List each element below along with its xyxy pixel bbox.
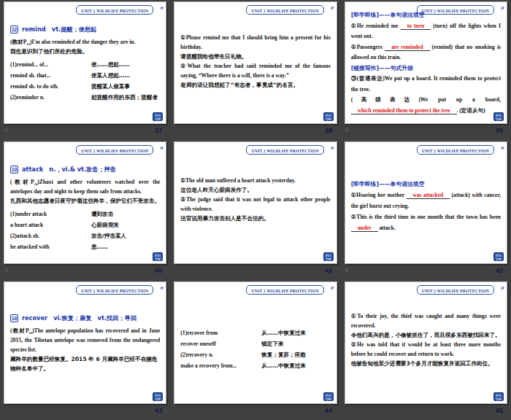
section-nav-button[interactable]: 栏目 导航 bbox=[153, 392, 163, 401]
textbook-sentence-en: (教材P₁₄)Zhaxi and other volunteers watche… bbox=[10, 177, 160, 196]
practice-item: ③(普通表达)We put up a board. It reminded th… bbox=[351, 74, 501, 95]
example-sentence-zh: 法官说用暴力攻击别人是不合法的。 bbox=[180, 214, 330, 223]
collocation: (1)under attack bbox=[10, 210, 91, 218]
word-title-row: 14 recover vi.恢复；康复 vt.找回；寻回 bbox=[10, 314, 160, 322]
animation-star-icon: ☆ bbox=[4, 267, 9, 273]
meaning: 镇定下来 bbox=[261, 340, 330, 348]
collocation: make a recovery from... bbox=[180, 362, 261, 370]
collocation: a heart attack bbox=[10, 221, 91, 229]
nav-button-label: 导航 bbox=[494, 257, 503, 261]
meaning: 从……中恢复过来 bbox=[261, 362, 330, 370]
slide-page-number: 39 bbox=[495, 126, 503, 134]
nav-button-label: 导航 bbox=[153, 397, 162, 401]
collocation: (1)recover from bbox=[180, 329, 261, 337]
question-text: ②Passengers bbox=[351, 44, 383, 50]
collocation: (1)remind... of... bbox=[10, 61, 91, 69]
practice-heading: [即学即练]——单句语法填空 bbox=[351, 10, 501, 21]
example-sentence-en: ①Please remind me that I should bring hi… bbox=[180, 33, 330, 52]
slide-page-number: 44 bbox=[325, 406, 333, 414]
textbook-sentence-zh: 扎西和其他志愿者日夜守护着这些羚羊，保护它们不受攻击。 bbox=[10, 196, 160, 206]
section-nav-button[interactable]: 栏目 导航 bbox=[493, 252, 504, 261]
slide-thumbnail-37[interactable]: UNIT 2 WILDLIFE PROTECTION » 12 remind v… bbox=[4, 1, 166, 124]
answer-blank: under bbox=[351, 225, 378, 232]
textbook-sentence-zh: 藏羚羊的数量已经恢复。2015 年 6 月藏羚羊已经不在濒危物种名单中了。 bbox=[10, 354, 160, 373]
double-chevron-icon: » bbox=[160, 144, 164, 151]
question-text: . (定语从句) bbox=[457, 107, 485, 114]
slide-cell-42: UNIT 2 WILDLIFE PROTECTION » [即学即练]——单句语… bbox=[341, 140, 511, 280]
animation-star-icon: ☆ bbox=[345, 127, 350, 133]
double-chevron-icon: » bbox=[160, 284, 164, 291]
slide-cell-43: UNIT 2 WILDLIFE PROTECTION » 14 recover … bbox=[0, 280, 170, 420]
slide-cell-39: UNIT 2 WILDLIFE PROTECTION » [即学即练]——单句语… bbox=[341, 0, 511, 140]
section-nav-button[interactable]: 栏目 导航 bbox=[323, 112, 334, 121]
collocation-list: (1)remind... of... 使……想起…… remind sb. th… bbox=[10, 61, 160, 101]
answer-blank: to turn bbox=[401, 23, 431, 30]
meaning: 恢复；复苏；痊愈 bbox=[261, 351, 330, 359]
slide-page-number: 41 bbox=[325, 266, 333, 274]
meaning: 使……想起…… bbox=[91, 61, 160, 69]
question-text: ①Hearing her mother bbox=[351, 192, 404, 198]
slide-thumbnail-39[interactable]: UNIT 2 WILDLIFE PROTECTION » [即学即练]——单句语… bbox=[345, 1, 507, 124]
meaning: 遭到攻击 bbox=[91, 210, 160, 218]
section-nav-button[interactable]: 栏目 导航 bbox=[493, 392, 504, 401]
nav-button-label: 导航 bbox=[153, 257, 162, 261]
double-chevron-icon: » bbox=[501, 4, 504, 11]
slide-page-number: 43 bbox=[155, 406, 163, 414]
collocation-list: (1)recover from 从……中恢复过来 recover oneself… bbox=[180, 329, 330, 370]
slide-thumbnail-41[interactable]: UNIT 2 WILDLIFE PROTECTION » ①The old ma… bbox=[174, 141, 337, 264]
slide-content: ①To their joy, the thief was caught and … bbox=[351, 282, 501, 368]
slide-thumbnail-40[interactable]: UNIT 2 WILDLIFE PROTECTION » 13 attack n… bbox=[4, 141, 166, 264]
textbook-sentence-zh: 我也意识到了他们所处的危险。 bbox=[10, 47, 160, 56]
slide-thumbnail-42[interactable]: UNIT 2 WILDLIFE PROTECTION » [即学即练]——单句语… bbox=[345, 141, 507, 264]
collocation: (2)attack sb. bbox=[10, 232, 91, 240]
section-nav-button[interactable]: 栏目 导航 bbox=[153, 112, 163, 121]
practice-heading: [即学即练]——单句语法填空 bbox=[351, 179, 501, 190]
word-title: recover vi.恢复；康复 vt.找回；寻回 bbox=[22, 314, 137, 322]
slide-thumbnail-43[interactable]: UNIT 2 WILDLIFE PROTECTION » 14 recover … bbox=[4, 281, 166, 404]
collocation: be attacked with bbox=[10, 243, 91, 251]
meaning: 使某人想起…… bbox=[91, 71, 160, 79]
example-sentence-en: ②He was told that it would be at least t… bbox=[351, 340, 501, 359]
answer-blank: was attacked bbox=[407, 192, 450, 199]
nav-button-label: 导航 bbox=[324, 397, 333, 401]
question-text: ①He reminded me bbox=[351, 23, 399, 29]
section-nav-button[interactable]: 栏目 导航 bbox=[323, 392, 334, 401]
textbook-sentence-en: (教材P₁₄)I'm also reminded of the danger t… bbox=[10, 37, 160, 47]
word-number-badge: 14 bbox=[10, 314, 18, 322]
meaning: 攻击/抨击某人 bbox=[91, 232, 160, 240]
question-text: ②This is the third time in one month tha… bbox=[351, 214, 501, 220]
double-chevron-icon: » bbox=[331, 284, 334, 291]
practice-item: ②This is the third time in one month tha… bbox=[351, 211, 501, 233]
slide-thumbnail-38[interactable]: UNIT 2 WILDLIFE PROTECTION » ①Please rem… bbox=[174, 1, 337, 124]
animation-star-icon: ☆ bbox=[4, 127, 9, 133]
nav-button-label: 导航 bbox=[494, 117, 503, 121]
slide-content: (1)recover from 从……中恢复过来 recover oneself… bbox=[180, 282, 330, 370]
slide-cell-37: UNIT 2 WILDLIFE PROTECTION » 12 remind v… bbox=[0, 0, 170, 140]
answer-blank: are reminded bbox=[385, 44, 429, 51]
example-sentence-zh: 令他们高兴的是，小偷被抓住了，而且很多东西被找回来了。 bbox=[351, 330, 501, 340]
question-text: (高级表达)We put up a board, bbox=[351, 96, 501, 103]
word-title-row: 13 attack n.，vi.& vt.攻击；抨击 bbox=[10, 166, 160, 174]
example-sentence-zh: 老师的话让我想起了“有志者，事竟成”的名言。 bbox=[180, 80, 330, 90]
collocation: remind sb. to do sth. bbox=[10, 82, 91, 90]
example-sentence-en: ①The old man suffered a heart attack yes… bbox=[180, 176, 330, 185]
example-sentence-en: ①To their joy, the thief was caught and … bbox=[351, 311, 501, 330]
slide-page-number: 37 bbox=[155, 126, 163, 134]
example-sentence-zh: 他被告知他至少还需要3个多月才能恢复并返回工作岗位。 bbox=[351, 359, 501, 368]
practice-item: (高级表达)We put up a board, which reminded … bbox=[351, 95, 501, 116]
collocation: remind sb. that... bbox=[10, 71, 91, 79]
slide-content: 12 remind vt.提醒；使想起 (教材P₁₄)I'm also remi… bbox=[10, 2, 160, 101]
double-chevron-icon: » bbox=[501, 144, 504, 151]
meaning: 从……中恢复过来 bbox=[261, 329, 330, 337]
section-nav-button[interactable]: 栏目 导航 bbox=[493, 112, 504, 121]
slide-thumbnail-44[interactable]: UNIT 2 WILDLIFE PROTECTION » (1)recover … bbox=[174, 281, 337, 404]
section-nav-button[interactable]: 栏目 导航 bbox=[153, 252, 163, 261]
section-nav-button[interactable]: 栏目 导航 bbox=[323, 252, 334, 261]
slide-cell-40: UNIT 2 WILDLIFE PROTECTION » 13 attack n… bbox=[0, 140, 170, 280]
slide-thumbnail-45[interactable]: UNIT 2 WILDLIFE PROTECTION » ①To their j… bbox=[345, 281, 507, 404]
slide-cell-45: UNIT 2 WILDLIFE PROTECTION » ①To their j… bbox=[341, 280, 511, 420]
slide-content: [即学即练]——单句语法填空 ①He reminded me to turn (… bbox=[351, 2, 501, 116]
word-number-badge: 12 bbox=[10, 26, 18, 34]
double-chevron-icon: » bbox=[501, 284, 504, 291]
collocation: (2)reminder n. bbox=[10, 93, 91, 101]
